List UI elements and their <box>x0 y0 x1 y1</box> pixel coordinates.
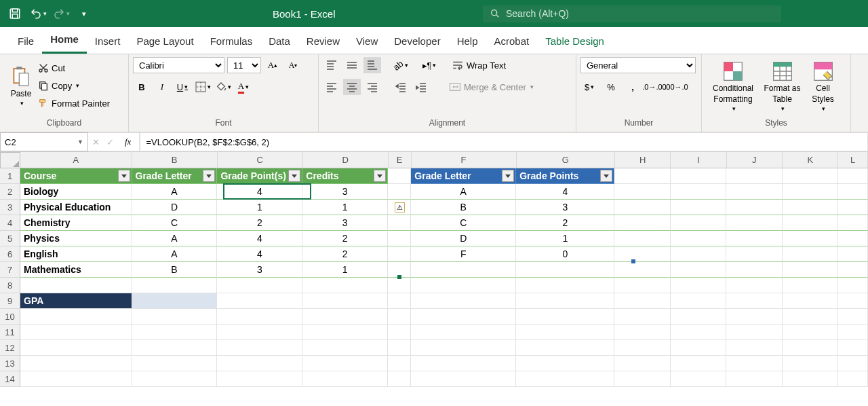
table1-course-3[interactable]: Physics <box>20 231 132 246</box>
cell[interactable] <box>614 200 670 215</box>
cell[interactable] <box>838 356 868 371</box>
cell[interactable] <box>671 246 726 262</box>
cell[interactable] <box>302 371 388 387</box>
filter-button[interactable] <box>600 170 612 182</box>
table1-header-0[interactable]: Course <box>20 168 132 184</box>
table1-credits-3[interactable]: 2 <box>302 231 388 246</box>
row-header-10[interactable]: 10 <box>0 309 20 325</box>
align-right-button[interactable] <box>363 79 381 95</box>
table1-header-1[interactable]: Grade Letter <box>132 168 218 184</box>
smart-tag-icon[interactable]: ⚠ <box>395 202 405 213</box>
align-left-button[interactable] <box>323 79 340 95</box>
align-bottom-button[interactable] <box>363 57 381 73</box>
col-header-H[interactable]: H <box>615 152 671 168</box>
table1-course-1[interactable]: Physical Education <box>20 200 132 215</box>
table1-course-0[interactable]: Biology <box>20 184 132 200</box>
fill-color-button[interactable]: ▾ <box>214 79 232 95</box>
cell[interactable] <box>388 278 411 293</box>
cell[interactable] <box>838 371 868 387</box>
cell[interactable] <box>671 356 726 371</box>
cell[interactable] <box>516 356 614 371</box>
cell[interactable] <box>671 184 726 200</box>
table2-points-1[interactable]: 3 <box>516 200 614 215</box>
cell[interactable] <box>516 325 614 340</box>
cell[interactable] <box>726 246 782 262</box>
cell[interactable] <box>388 184 411 200</box>
cell[interactable] <box>388 231 411 246</box>
table2-letter-0[interactable]: A <box>411 184 516 200</box>
cell[interactable] <box>783 340 838 356</box>
cell[interactable] <box>614 215 670 231</box>
comma-button[interactable]: , <box>624 79 642 95</box>
table2-points-4[interactable]: 0 <box>516 246 614 262</box>
tab-data[interactable]: Data <box>260 29 298 54</box>
cell[interactable] <box>614 309 670 325</box>
table2-letter-3[interactable]: D <box>411 231 516 246</box>
cell[interactable] <box>614 168 670 184</box>
table1-letter-1[interactable]: D <box>132 200 218 215</box>
cell[interactable] <box>783 293 838 309</box>
copy-button[interactable]: Copy▾ <box>38 77 110 94</box>
table1-header-3[interactable]: Credits <box>302 168 388 184</box>
cell[interactable] <box>726 293 782 309</box>
cell[interactable] <box>671 262 726 278</box>
cell[interactable] <box>132 278 218 293</box>
cell[interactable] <box>20 278 132 293</box>
cell[interactable] <box>217 340 302 356</box>
cell[interactable] <box>388 309 411 325</box>
cell[interactable] <box>726 325 782 340</box>
cell[interactable] <box>726 340 782 356</box>
cell[interactable] <box>726 278 782 293</box>
table1-points-3[interactable]: 4 <box>217 231 302 246</box>
row-header-12[interactable]: 12 <box>0 340 20 356</box>
table2-points-2[interactable]: 2 <box>516 215 614 231</box>
row-header-7[interactable]: 7 <box>0 262 20 278</box>
cell[interactable] <box>838 168 868 184</box>
paste-button[interactable]: Paste ▾ <box>4 57 38 115</box>
table1-course-2[interactable]: Chemistry <box>20 215 132 231</box>
table1-letter-4[interactable]: A <box>132 246 218 262</box>
col-header-E[interactable]: E <box>389 152 412 168</box>
table1-points-4[interactable]: 4 <box>217 246 302 262</box>
cell[interactable] <box>411 309 516 325</box>
cell[interactable] <box>783 325 838 340</box>
table1-course-5[interactable]: Mathematics <box>20 262 132 278</box>
row-header-8[interactable]: 8 <box>0 278 20 293</box>
grow-font-button[interactable]: A▴ <box>264 57 281 73</box>
table1-points-1[interactable]: 1 <box>217 200 302 215</box>
search-box[interactable]: Search (Alt+Q) <box>483 5 781 22</box>
cell[interactable] <box>217 278 302 293</box>
cell[interactable] <box>388 293 411 309</box>
cell[interactable] <box>132 309 218 325</box>
cell[interactable] <box>132 371 218 387</box>
cell[interactable] <box>20 340 132 356</box>
cell[interactable] <box>838 231 868 246</box>
cell[interactable] <box>783 168 838 184</box>
format-as-table-button[interactable]: Format asTable▾ <box>760 57 804 115</box>
cell[interactable] <box>838 293 868 309</box>
cell[interactable] <box>783 184 838 200</box>
table2-resize-handle[interactable] <box>631 259 635 263</box>
table1-credits-0[interactable]: 3 <box>302 184 388 200</box>
ltr-button[interactable]: ▸¶▾ <box>420 57 438 73</box>
table2-points-3[interactable]: 1 <box>516 231 614 246</box>
increase-indent-button[interactable] <box>412 79 430 95</box>
cell[interactable] <box>838 246 868 262</box>
table1-credits-2[interactable]: 3 <box>302 215 388 231</box>
cell[interactable] <box>388 340 411 356</box>
cell[interactable] <box>411 262 516 278</box>
col-header-A[interactable]: A <box>20 152 132 168</box>
wrap-text-button[interactable]: Wrap Text <box>452 57 506 73</box>
cell[interactable] <box>411 293 516 309</box>
cell[interactable] <box>516 278 614 293</box>
cell[interactable] <box>783 231 838 246</box>
table2-letter-1[interactable]: B <box>411 200 516 215</box>
cell[interactable] <box>671 325 726 340</box>
col-header-I[interactable]: I <box>671 152 726 168</box>
table1-letter-3[interactable]: A <box>132 231 218 246</box>
cell[interactable] <box>388 215 411 231</box>
number-format-select[interactable]: General <box>580 57 696 73</box>
table2-letter-4[interactable]: F <box>411 246 516 262</box>
cell[interactable] <box>726 262 782 278</box>
row-header-9[interactable]: 9 <box>0 293 20 309</box>
